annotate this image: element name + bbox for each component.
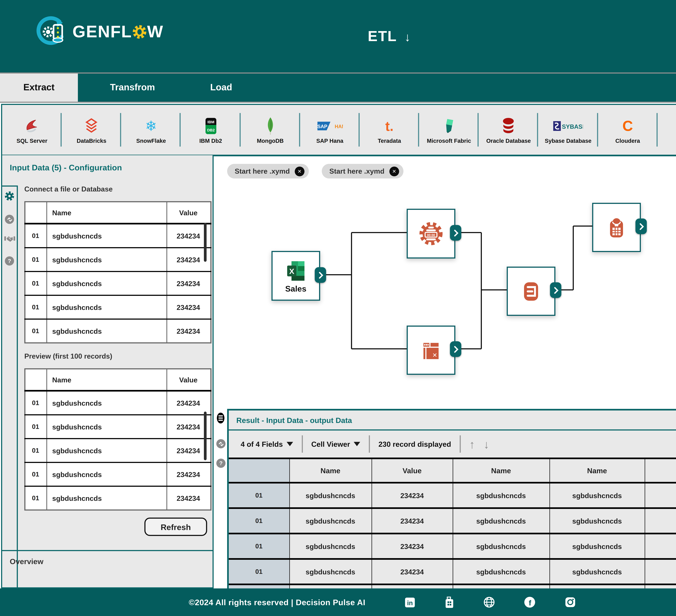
table-cell: sgbdushcncds <box>47 319 167 343</box>
refresh-button[interactable]: Refresh <box>145 517 207 536</box>
connector-sybase-database[interactable]: SYBASE Sybase Database <box>539 105 598 155</box>
result-panel-title: Result - Input Data - output Data <box>229 410 676 431</box>
node-output-chevron-button[interactable] <box>550 282 561 298</box>
svg-text:✕: ✕ <box>432 351 437 358</box>
table-cell: sgbdushcncds <box>47 439 167 462</box>
connector-sql-server[interactable]: SQL Server <box>2 105 62 155</box>
globe-icon[interactable] <box>483 597 495 608</box>
config-table-scrollbar[interactable] <box>204 223 207 262</box>
table-cell: 01 <box>25 391 47 415</box>
preview-table-wrapper: Name Value 01sgbdushcncds23423401sgbdush… <box>24 368 208 511</box>
table-row[interactable]: 01sgbdushcncds234234sgbdushcncdssgbdushc… <box>229 534 676 559</box>
connector-ibm-db2[interactable]: IBM DB2 IBM Db2 <box>181 105 240 155</box>
table-row[interactable]: 01sgbdushcncds234234sgbdushcncdssgbdushc… <box>229 483 676 508</box>
node-output-chevron-button[interactable] <box>635 219 647 234</box>
node-data-cleanup[interactable]: ✕ <box>407 326 455 375</box>
app-window: GENFL W ETL↓ Admin Extract Transfrom Loa… <box>0 0 676 616</box>
tab-load[interactable]: Load <box>187 73 255 102</box>
page-title[interactable]: ETL↓ <box>0 28 676 45</box>
table-header-row: Name Value Name Name Name <box>229 458 676 483</box>
result-menu-icon[interactable] <box>217 413 224 424</box>
connector-strip: SQL Server DataBricks ❄ SnowFlake <box>1 104 676 156</box>
handshake-icon[interactable] <box>4 235 15 245</box>
scroll-up-arrow-icon[interactable]: ↑ <box>469 438 475 450</box>
node-transform-scheduler[interactable]: 00:00 <box>407 209 455 259</box>
table-cell: sgbdushcncds <box>644 559 676 584</box>
node-output-chevron-button[interactable] <box>315 267 326 283</box>
table-cell: sgbdushcncds <box>453 559 550 584</box>
node-merge-list[interactable] <box>507 267 555 316</box>
table-row[interactable]: 01sgbdushcncds234234 <box>25 415 211 439</box>
table-cell: sgbdushcncds <box>644 508 676 534</box>
mongodb-icon <box>265 116 276 136</box>
table-cell: sgbdushcncds <box>550 508 644 534</box>
table-row[interactable]: 01sgbdushcncds234234 <box>25 224 211 248</box>
table-row[interactable]: 01sgbdushcncds234234 <box>25 248 211 272</box>
link-icon[interactable] <box>5 215 14 224</box>
fields-dropdown[interactable]: 4 of 4 Fields <box>241 440 293 448</box>
table-cell: sgbdushcncds <box>47 272 167 295</box>
connector-aws[interactable]: aws AWS <box>658 105 676 155</box>
table-cell: sgbdushcncds <box>550 534 644 559</box>
app-footer: ©2024 All rights reserved | Decision Pul… <box>0 589 676 616</box>
table-cell: 01 <box>25 439 47 462</box>
table-cell: sgbdushcncds <box>550 584 644 589</box>
cell-viewer-dropdown[interactable]: Cell Viewer <box>311 440 360 448</box>
preview-table-scrollbar[interactable] <box>204 411 207 460</box>
svg-text:HANA: HANA <box>335 124 343 129</box>
instagram-icon[interactable] <box>564 597 576 608</box>
config-table: Name Value 01sgbdushcncds23423401sgbdush… <box>24 201 212 343</box>
table-row[interactable]: 01sgbdushcncds234234 <box>25 462 211 486</box>
databricks-icon <box>84 116 99 136</box>
table-row[interactable]: 01sgbdushcncds234234sgbdushcncdssgbdushc… <box>229 508 676 534</box>
table-row[interactable]: 01sgbdushcncds234234sgbdushcncdssgbdushc… <box>229 559 676 584</box>
settings-gear-icon[interactable] <box>4 191 15 203</box>
connector-cloudera[interactable]: C Cloudera <box>598 105 658 155</box>
tab-extract[interactable]: Extract <box>0 73 78 102</box>
preview-table: Name Value 01sgbdushcncds23423401sgbdush… <box>24 368 212 511</box>
connector-oracle-database[interactable]: Oracle Database <box>479 105 539 155</box>
linkedin-icon[interactable]: in <box>404 597 415 608</box>
table-row[interactable]: 01sgbdushcncds234234 <box>25 439 211 462</box>
result-panel: Result - Input Data - output Data 4 of 4… <box>227 409 676 589</box>
node-output-chevron-button[interactable] <box>450 225 461 241</box>
svg-text:X: X <box>289 267 294 275</box>
table-row[interactable]: 01sgbdushcncds234234 <box>25 391 211 415</box>
input-data-config-panel: Input Data (5) - Configuration <box>1 155 214 589</box>
link-icon[interactable] <box>216 439 226 448</box>
title-dropdown-arrow-icon[interactable]: ↓ <box>404 30 411 44</box>
briefcase-icon[interactable] <box>444 596 454 608</box>
scroll-down-arrow-icon[interactable]: ↓ <box>484 438 489 450</box>
left-icon-rail: ? <box>2 185 18 587</box>
table-row[interactable]: 01sgbdushcncds234234sgbdushcncdssgbdushc… <box>229 584 676 589</box>
dropdown-caret-icon <box>354 442 360 446</box>
facebook-icon[interactable]: f <box>524 597 535 608</box>
connector-microsoft-fabric[interactable]: Microsoft Fabric <box>419 105 479 155</box>
node-report-clipboard[interactable] <box>592 203 641 252</box>
table-row[interactable]: 01sgbdushcncds234234 <box>25 272 211 295</box>
tab-transform[interactable]: Transfrom <box>78 73 187 102</box>
help-icon[interactable]: ? <box>5 256 14 266</box>
table-cell: 234234 <box>167 295 211 319</box>
excel-icon: X <box>284 259 308 283</box>
toolbar-divider <box>302 435 302 453</box>
help-icon[interactable]: ? <box>216 459 226 468</box>
preview-label: Preview (first 100 records) <box>24 352 208 360</box>
table-cell: 01 <box>25 415 47 439</box>
svg-text:SAP: SAP <box>317 124 327 129</box>
table-row[interactable]: 01sgbdushcncds234234 <box>25 295 211 319</box>
node-sales-excel-source[interactable]: X Sales <box>272 251 320 301</box>
connector-sap-hana[interactable]: SAP HANA SAP Hana <box>300 105 360 155</box>
node-output-chevron-button[interactable] <box>450 341 461 357</box>
app-header: GENFL W ETL↓ Admin <box>0 0 676 72</box>
table-row[interactable]: 01sgbdushcncds234234 <box>25 486 211 510</box>
table-row[interactable]: 01sgbdushcncds234234 <box>25 319 211 343</box>
connector-mongodb[interactable]: MongoDB <box>240 105 300 155</box>
table-cell: 01 <box>229 584 289 589</box>
connector-snowflake[interactable]: ❄ SnowFlake <box>121 105 181 155</box>
connector-databricks[interactable]: DataBricks <box>62 105 121 155</box>
connector-teradata[interactable]: t. Teradata <box>360 105 419 155</box>
table-cell: sgbdushcncds <box>453 534 550 559</box>
table-cell: 01 <box>25 272 47 295</box>
table-cell: 234234 <box>372 508 453 534</box>
